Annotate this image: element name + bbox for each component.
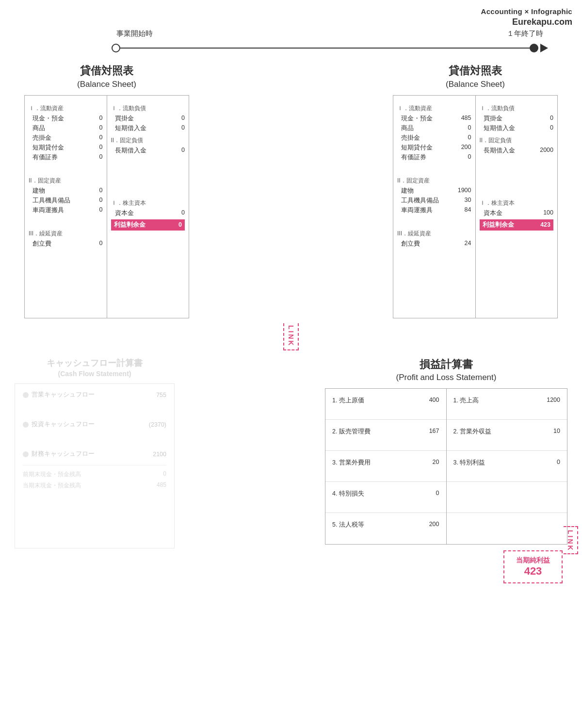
bs-start-securities-label: 有価証券: [32, 153, 58, 162]
bs-start-shortborrow-value: 0: [170, 124, 185, 132]
bs-end-cash-label: 現金・預金: [401, 115, 433, 123]
bs-end-vehicle-row: 車両運搬具 84: [397, 206, 471, 215]
cfs-financing-left: 財務キャッシュフロー: [23, 450, 95, 458]
pl-non-op-expense-row: 3. 営業外費用 20: [325, 451, 446, 482]
bs-start-shortloan-label: 短期貸付金: [32, 144, 64, 152]
cfs-financing-value: 2100: [153, 451, 166, 458]
pl-sga-label: 2. 販売管理費: [332, 428, 371, 436]
bs-end-capital-value: 100: [539, 209, 553, 217]
bs-start-payable-label: 買掛金: [115, 115, 134, 123]
bs-start-vehicle-value: 0: [88, 206, 103, 215]
bs-end-receivable-row: 売掛金 0: [397, 134, 471, 142]
bs-start-building-label: 建物: [32, 187, 45, 195]
pl-title: 損益計算書 (Profit and Loss Statement): [325, 357, 567, 384]
link-mid-label: LINK: [283, 323, 299, 351]
cfs-curr-balance-label: 当期末現金・預金残高: [23, 481, 81, 490]
bs-end-tools-label: 工具機具備品: [401, 197, 439, 205]
pl-non-op-expense-value: 20: [433, 459, 439, 465]
bs-end-retained-value: 423: [540, 221, 550, 228]
timeline-circle-start: [112, 44, 120, 52]
cfs-operating-left: 営業キャッシュフロー: [23, 391, 95, 399]
bs-end-payable-row: 買掛金 0: [480, 115, 554, 123]
timeline-line: [120, 48, 530, 49]
bs-start-retained-label: 利益剰余金: [114, 221, 146, 229]
cfs-investing-value: (2370): [149, 421, 166, 428]
bs-start-payable-value: 0: [170, 115, 185, 123]
bs-end-building-label: 建物: [401, 187, 414, 195]
cfs-investing-dot: [23, 422, 29, 428]
pl-title-en: (Profit and Loss Statement): [325, 372, 567, 383]
bs-start-founding-label: 創立費: [32, 240, 51, 248]
bs-start-longborrow-value: 0: [170, 147, 185, 155]
pl-non-op-income-value: 10: [553, 428, 560, 434]
bs-start-receivable-row: 売掛金 0: [29, 134, 103, 142]
bs-start-title: 貸借対照表 (Balance Sheet): [24, 64, 189, 90]
bs-start-current-liab-header: Ｉ．流動負債: [111, 104, 185, 113]
timeline: 事業開始時 １年終了時: [112, 29, 548, 54]
bs-start-retained-value: 0: [178, 221, 182, 228]
pl-special-income-label: 3. 特別利益: [453, 459, 485, 467]
branding-line2: Eurekapu.com: [481, 17, 572, 28]
bs-end-capital-row: 資本金 100: [480, 209, 554, 217]
pl-cost-label: 1. 売上原価: [332, 397, 364, 405]
pl-tax-label: 5. 法人税等: [332, 521, 364, 529]
timeline-end-label: １年終了時: [507, 29, 543, 38]
timeline-circle-end: [530, 44, 538, 52]
cfs-investing-row: 投資キャッシュフロー (2370): [23, 420, 166, 429]
bs-start-tools-row: 工具機具備品 0: [29, 197, 103, 205]
pl-empty-row: [447, 482, 567, 513]
link-right-label: LINK: [564, 526, 578, 555]
pl-cost-value: 400: [429, 397, 439, 403]
bs-end-shortloan-row: 短期貸付金 200: [397, 144, 471, 152]
bs-end-fixed-liab-header: II．固定負債: [480, 136, 554, 145]
bs-end-securities-value: 0: [457, 153, 471, 162]
bs-end-retained-row: 利益剰余金 423: [480, 219, 554, 231]
bs-start-founding-row: 創立費 0: [29, 240, 103, 248]
bs-start-tools-label: 工具機具備品: [32, 197, 70, 205]
bs-start-cash-row: 現金・預金 0: [29, 115, 103, 123]
pl-revenue-label: 1. 売上高: [453, 397, 479, 405]
bs-end-title-jp: 貸借対照表: [393, 64, 558, 79]
timeline-start-label: 事業開始時: [116, 29, 153, 38]
bs-start-receivable-label: 売掛金: [32, 134, 51, 142]
bs-start-assets-col: Ｉ．流動資産 現金・預金 0 商品 0 売掛金 0 短期貸付金 0: [25, 96, 107, 318]
bs-start-shortloan-row: 短期貸付金 0: [29, 144, 103, 152]
pl-special-loss-row: 4. 特別損失 0: [325, 482, 446, 513]
cfs-title-en: (Cash Flow Statement): [15, 369, 175, 379]
bs-start-deferred-header: III．繰延資産: [29, 230, 103, 238]
timeline-line-wrap: [112, 42, 548, 54]
bs-end-title-en: (Balance Sheet): [393, 79, 558, 90]
bs-end-deferred-header: III．繰延資産: [397, 230, 471, 238]
bs-end-securities-label: 有価証券: [401, 153, 426, 162]
bs-end-goods-label: 商品: [401, 124, 414, 132]
bs-start-goods-value: 0: [88, 124, 103, 132]
pl-empty-row2: [447, 513, 567, 544]
pl-panel: 損益計算書 (Profit and Loss Statement) 1. 売上原…: [325, 357, 567, 584]
bs-start-current-assets-header: Ｉ．流動資産: [29, 104, 103, 113]
bs-start-equity-header: Ｉ．株主資本: [111, 199, 185, 207]
cfs-financing-dot: [23, 451, 29, 457]
net-profit-label: 当期純利益: [516, 556, 550, 565]
bs-start-shortborrow-row: 短期借入金 0: [111, 124, 185, 132]
bs-end-shortborrow-row: 短期借入金 0: [480, 124, 554, 132]
cfs-title: キャッシュフロー計算書 (Cash Flow Statement): [15, 357, 175, 379]
cfs-operating-dot: [23, 392, 29, 398]
bs-end-receivable-value: 0: [457, 134, 471, 142]
bs-start-tools-value: 0: [88, 197, 103, 205]
bs-start-shortloan-value: 0: [88, 144, 103, 152]
bs-end-founding-row: 創立費 24: [397, 240, 471, 248]
bs-end-founding-value: 24: [457, 240, 471, 248]
bs-start-table: Ｉ．流動資産 現金・預金 0 商品 0 売掛金 0 短期貸付金 0: [24, 95, 189, 318]
bs-end-title: 貸借対照表 (Balance Sheet): [393, 64, 558, 90]
pl-non-op-income-label: 2. 営業外収益: [453, 428, 492, 436]
bs-start-capital-label: 資本金: [115, 209, 134, 217]
bs-end-shortloan-label: 短期貸付金: [401, 144, 433, 152]
bs-end-building-value: 1900: [457, 187, 471, 195]
pl-expense-col: 1. 売上原価 400 2. 販売管理費 167 3. 営業外費用 20 4. …: [325, 389, 447, 544]
bs-end-building-row: 建物 1900: [397, 187, 471, 195]
pl-non-op-expense-label: 3. 営業外費用: [332, 459, 371, 467]
bs-start-longborrow-label: 長期借入金: [115, 147, 146, 155]
bs-end-shortborrow-label: 短期借入金: [484, 124, 515, 132]
bs-end-cash-value: 485: [457, 115, 471, 123]
pl-tax-value: 200: [429, 521, 439, 528]
